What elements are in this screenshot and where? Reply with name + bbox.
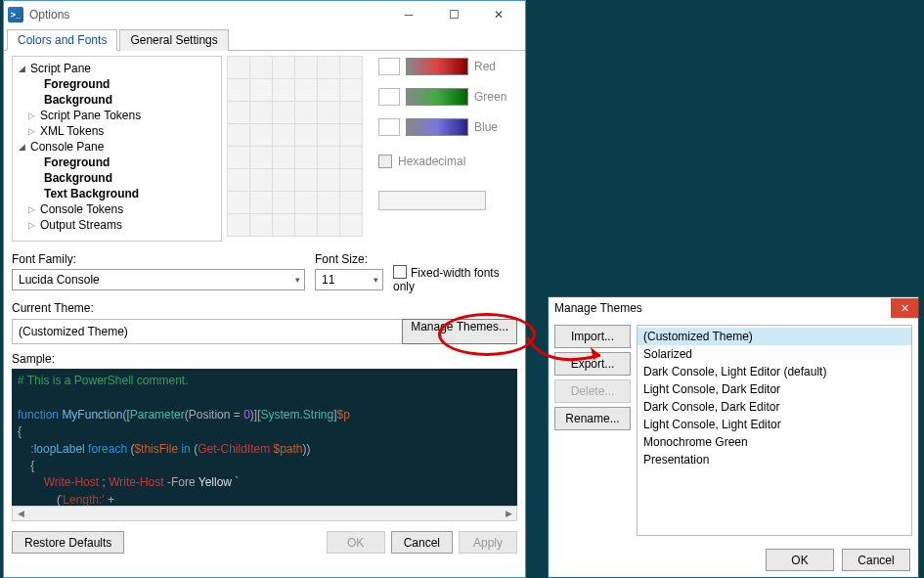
- chevron-down-icon: ▾: [295, 275, 300, 285]
- tree-cp-tokens[interactable]: Console Tokens: [38, 202, 123, 216]
- cancel-button[interactable]: Cancel: [391, 531, 453, 554]
- tab-bar: Colors and Fonts General Settings: [4, 28, 525, 51]
- current-theme-value: (Customized Theme): [19, 325, 128, 338]
- theme-item[interactable]: Monochrome Green: [638, 433, 911, 451]
- blue-slider[interactable]: [406, 118, 468, 136]
- font-size-value: 11: [322, 273, 334, 287]
- powershell-icon: >_: [8, 7, 23, 22]
- themes-cancel-button[interactable]: Cancel: [842, 549, 910, 571]
- tree-cp-background[interactable]: Background: [42, 171, 112, 185]
- font-family-select[interactable]: Lucida Console▾: [12, 269, 305, 290]
- font-family-value: Lucida Console: [19, 273, 100, 287]
- themes-titlebar: Manage Themes ✕: [549, 297, 918, 319]
- chevron-down-icon: ▾: [374, 275, 378, 285]
- delete-button[interactable]: Delete...: [554, 379, 631, 403]
- theme-item[interactable]: Presentation: [638, 451, 911, 468]
- tree-xml-tokens[interactable]: XML Tokens: [38, 124, 104, 138]
- theme-item[interactable]: Light Console, Dark Editor: [638, 380, 911, 398]
- settings-tree[interactable]: Script Pane Foreground Background Script…: [12, 56, 222, 242]
- tree-console-pane[interactable]: Console Pane: [28, 140, 104, 154]
- current-theme-label: Current Theme:: [12, 301, 517, 315]
- ok-button[interactable]: OK: [327, 531, 385, 554]
- tree-sp-tokens[interactable]: Script Pane Tokens: [38, 109, 141, 122]
- fixed-width-checkbox[interactable]: [393, 265, 407, 279]
- tree-output-streams[interactable]: Output Streams: [38, 218, 122, 232]
- horizontal-scrollbar[interactable]: ◀▶: [12, 506, 517, 521]
- font-family-label: Font Family:: [12, 252, 305, 266]
- green-slider[interactable]: [406, 88, 468, 106]
- caret-right-icon[interactable]: [28, 204, 38, 214]
- theme-item[interactable]: (Customized Theme): [638, 328, 911, 345]
- hex-label: Hexadecimal: [398, 155, 465, 168]
- tree-sp-background[interactable]: Background: [42, 93, 112, 107]
- green-label: Green: [474, 90, 506, 104]
- color-swatch-grid[interactable]: [228, 56, 373, 242]
- manage-themes-button[interactable]: Manage Themes...: [402, 319, 517, 344]
- red-preview: [378, 58, 400, 75]
- themes-title: Manage Themes: [554, 301, 891, 315]
- fixed-width-label: Fixed-width fonts only: [393, 266, 500, 293]
- close-icon[interactable]: ✕: [891, 298, 918, 318]
- export-button[interactable]: Export...: [554, 352, 631, 376]
- rename-button[interactable]: Rename...: [554, 407, 631, 430]
- scroll-left-icon[interactable]: ◀: [13, 507, 28, 520]
- theme-item[interactable]: Solarized: [638, 345, 911, 363]
- hex-checkbox[interactable]: [378, 155, 392, 168]
- tree-cp-foreground[interactable]: Foreground: [42, 156, 110, 169]
- caret-down-icon[interactable]: [19, 64, 28, 73]
- caret-right-icon[interactable]: [28, 220, 38, 230]
- sample-label: Sample:: [12, 352, 517, 366]
- caret-right-icon[interactable]: [28, 111, 38, 120]
- restore-defaults-button[interactable]: Restore Defaults: [12, 531, 124, 554]
- blue-label: Blue: [474, 120, 498, 134]
- caret-down-icon[interactable]: [19, 142, 28, 152]
- code-sample: # This is a PowerShell comment. function…: [12, 369, 517, 506]
- tree-cp-text-background[interactable]: Text Background: [42, 187, 139, 200]
- minimize-button[interactable]: ─: [386, 1, 431, 28]
- apply-button[interactable]: Apply: [459, 531, 517, 554]
- tab-general-settings[interactable]: General Settings: [119, 29, 228, 51]
- theme-item[interactable]: Light Console, Light Editor: [638, 416, 911, 433]
- theme-item[interactable]: Dark Console, Dark Editor: [638, 398, 911, 416]
- options-window: >_ Options ─ ☐ ✕ Colors and Fonts Genera…: [3, 0, 526, 578]
- blue-preview: [378, 118, 400, 136]
- titlebar: >_ Options ─ ☐ ✕: [4, 1, 525, 28]
- maximize-button[interactable]: ☐: [431, 1, 476, 28]
- window-title: Options: [29, 8, 386, 22]
- import-button[interactable]: Import...: [554, 325, 631, 348]
- tree-script-pane[interactable]: Script Pane: [28, 62, 91, 75]
- current-theme-display: (Customized Theme): [12, 319, 403, 344]
- result-color-swatch: [378, 191, 486, 210]
- manage-themes-dialog: Manage Themes ✕ Import... Export... Dele…: [548, 296, 919, 578]
- scroll-right-icon[interactable]: ▶: [501, 507, 516, 520]
- tree-sp-foreground[interactable]: Foreground: [42, 77, 110, 91]
- theme-item[interactable]: Dark Console, Light Editor (default): [638, 363, 911, 380]
- green-preview: [378, 88, 400, 106]
- red-label: Red: [474, 60, 496, 73]
- font-size-select[interactable]: 11▾: [315, 269, 383, 290]
- tab-colors-fonts[interactable]: Colors and Fonts: [7, 29, 117, 51]
- close-button[interactable]: ✕: [476, 1, 521, 28]
- font-size-label: Font Size:: [315, 252, 383, 266]
- caret-right-icon[interactable]: [28, 126, 38, 136]
- red-slider[interactable]: [406, 58, 468, 75]
- themes-ok-button[interactable]: OK: [766, 549, 834, 571]
- themes-list[interactable]: (Customized Theme) Solarized Dark Consol…: [637, 325, 912, 536]
